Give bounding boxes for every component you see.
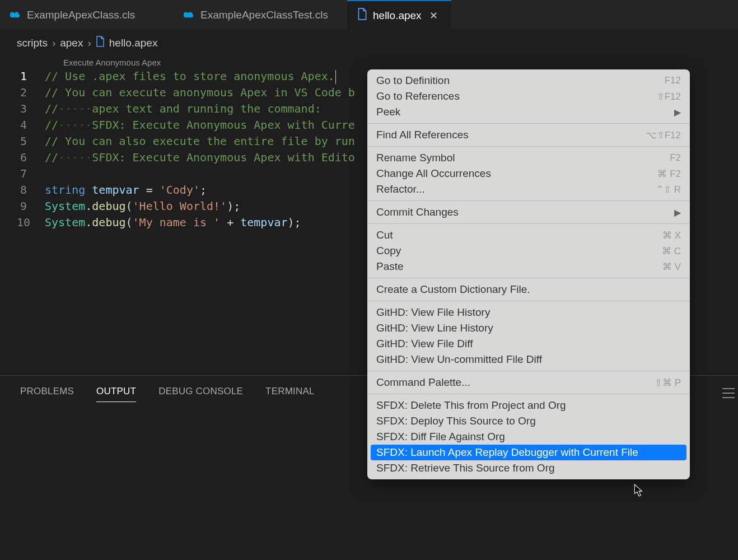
menu-item-label: GitHD: View File Diff — [376, 338, 473, 350]
menu-divider — [367, 371, 690, 371]
menu-item-command-palette[interactable]: Command Palette...⇧⌘ P — [367, 375, 690, 390]
menu-item-label: GitHD: View Un-committed File Diff — [376, 353, 542, 366]
menu-item-label: Rename Symbol — [376, 152, 455, 164]
menu-shortcut: ⇧⌘ P — [655, 377, 681, 389]
breadcrumb-part: scripts — [17, 37, 48, 49]
menu-item-commit-changes[interactable]: Commit Changes▶ — [367, 204, 690, 220]
menu-item-create-a-custom-dictionary-file[interactable]: Create a Custom Dictionary File. — [367, 282, 690, 297]
close-icon[interactable]: ✕ — [429, 10, 438, 22]
menu-item-find-all-references[interactable]: Find All References⌥⇧F12 — [367, 127, 690, 143]
menu-item-label: SFDX: Launch Apex Replay Debugger with C… — [376, 446, 638, 459]
file-icon — [357, 8, 367, 23]
panel-tab-debug-console[interactable]: DEBUG CONSOLE — [158, 386, 243, 402]
menu-item-label: SFDX: Delete This from Project and Org — [376, 399, 566, 412]
tab-example-apex-class[interactable]: ExampleApexClass.cls — [0, 0, 174, 30]
tab-label: ExampleApexClassTest.cls — [200, 9, 328, 21]
chevron-right-icon: › — [87, 37, 91, 49]
menu-item-peek[interactable]: Peek▶ — [367, 104, 690, 120]
line-number: 8 — [17, 182, 45, 198]
code-content: // You can execute anonymous Apex in VS … — [45, 85, 355, 101]
menu-divider — [367, 123, 690, 124]
tab-example-apex-class-test[interactable]: ExampleApexClassTest.cls — [174, 0, 347, 30]
menu-divider — [367, 223, 690, 224]
menu-item-change-all-occurrences[interactable]: Change All Occurrences⌘ F2 — [367, 166, 690, 181]
menu-item-label: Go to References — [376, 90, 460, 102]
line-number: 2 — [17, 85, 45, 101]
menu-item-go-to-definition[interactable]: Go to DefinitionF12 — [367, 73, 690, 88]
menu-item-label: Refactor... — [376, 183, 425, 195]
cloud-icon — [184, 9, 195, 21]
code-content: System.debug('Hello World!'); — [45, 198, 240, 214]
line-number: 9 — [17, 198, 45, 214]
menu-item-label: Command Palette... — [376, 376, 470, 389]
code-content: //·····SFDX: Execute Anonymous Apex with… — [45, 117, 355, 133]
menu-item-githd-view-file-diff[interactable]: GitHD: View File Diff — [367, 336, 690, 352]
codelens-execute-anonymous[interactable]: Execute Anonymous Apex — [0, 58, 738, 67]
menu-shortcut: F12 — [665, 75, 681, 86]
menu-shortcut: ⌃⇧ R — [656, 184, 681, 195]
code-content: System.debug('My name is ' + tempvar); — [45, 214, 301, 231]
menu-item-rename-symbol[interactable]: Rename SymbolF2 — [367, 150, 690, 166]
line-number: 1 — [17, 68, 45, 85]
tab-label: hello.apex — [373, 10, 422, 22]
breadcrumb-part: apex — [60, 37, 83, 49]
code-content: //·····apex text and running the command… — [45, 101, 321, 117]
menu-item-label: GitHD: View Line History — [376, 322, 493, 334]
menu-item-sfdx-retrieve-this-source-from-org[interactable]: SFDX: Retrieve This Source from Org — [367, 460, 690, 476]
menu-item-cut[interactable]: Cut⌘ X — [367, 227, 690, 243]
file-icon — [96, 36, 105, 50]
menu-item-label: Copy — [376, 245, 401, 257]
menu-shortcut: ⌘ F2 — [657, 168, 681, 180]
menu-divider — [367, 200, 690, 201]
menu-shortcut: ⇧F12 — [657, 91, 681, 102]
menu-item-label: Change All Occurrences — [376, 167, 491, 180]
menu-shortcut: ⌘ V — [662, 261, 681, 273]
breadcrumb-part: hello.apex — [109, 37, 158, 49]
menu-item-label: SFDX: Diff File Against Org — [376, 431, 505, 443]
chevron-right-icon: ▶ — [674, 207, 681, 218]
menu-divider — [367, 301, 690, 301]
menu-shortcut: ⌘ X — [662, 230, 681, 241]
line-number: 6 — [17, 150, 45, 166]
menu-item-copy[interactable]: Copy⌘ C — [367, 243, 690, 259]
menu-item-go-to-references[interactable]: Go to References⇧F12 — [367, 88, 690, 104]
line-number: 5 — [17, 133, 45, 150]
panel-tab-output[interactable]: OUTPUT — [96, 386, 136, 402]
menu-item-label: SFDX: Retrieve This Source from Org — [376, 462, 555, 474]
cloud-icon — [10, 9, 21, 21]
menu-item-sfdx-delete-this-from-project-and-org[interactable]: SFDX: Delete This from Project and Org — [367, 398, 690, 413]
code-content: //·····SFDX: Execute Anonymous Apex with… — [45, 150, 355, 166]
menu-item-sfdx-diff-file-against-org[interactable]: SFDX: Diff File Against Org — [367, 429, 690, 445]
panel-tab-terminal[interactable]: TERMINAL — [265, 386, 315, 402]
menu-item-githd-view-line-history[interactable]: GitHD: View Line History — [367, 320, 690, 336]
context-menu: Go to DefinitionF12Go to References⇧F12P… — [367, 69, 690, 479]
chevron-right-icon: ▶ — [674, 107, 681, 118]
menu-item-paste[interactable]: Paste⌘ V — [367, 259, 690, 274]
panel-menu-icon[interactable] — [722, 388, 735, 398]
line-number: 4 — [17, 117, 45, 133]
tab-hello-apex[interactable]: hello.apex ✕ — [347, 0, 451, 30]
menu-item-label: Commit Changes — [376, 206, 459, 218]
panel-tab-problems[interactable]: PROBLEMS — [20, 386, 74, 402]
menu-item-githd-view-file-history[interactable]: GitHD: View File History — [367, 305, 690, 320]
menu-item-label: Find All References — [376, 129, 469, 141]
menu-item-sfdx-deploy-this-source-to-org[interactable]: SFDX: Deploy This Source to Org — [367, 413, 690, 429]
menu-divider — [367, 146, 690, 147]
menu-divider — [367, 278, 690, 278]
breadcrumb[interactable]: scripts › apex › hello.apex — [0, 30, 738, 55]
menu-item-label: SFDX: Deploy This Source to Org — [376, 415, 536, 427]
menu-shortcut: F2 — [670, 152, 681, 164]
menu-item-label: Cut — [376, 229, 393, 241]
menu-item-githd-view-un-committed-file-diff[interactable]: GitHD: View Un-committed File Diff — [367, 352, 690, 367]
chevron-right-icon: › — [52, 37, 55, 49]
menu-item-refactor[interactable]: Refactor...⌃⇧ R — [367, 181, 690, 197]
code-content: // Use .apex files to store anonymous Ap… — [45, 68, 336, 85]
menu-item-label: GitHD: View File History — [376, 306, 490, 319]
menu-divider — [367, 394, 690, 394]
menu-item-sfdx-launch-apex-replay-debugger-with-current-file[interactable]: SFDX: Launch Apex Replay Debugger with C… — [371, 445, 686, 460]
line-number: 7 — [17, 166, 45, 182]
menu-shortcut: ⌥⇧F12 — [646, 129, 681, 141]
menu-item-label: Go to Definition — [376, 74, 450, 87]
code-content: string tempvar = 'Cody'; — [45, 182, 207, 198]
menu-shortcut: ⌘ C — [662, 245, 681, 257]
